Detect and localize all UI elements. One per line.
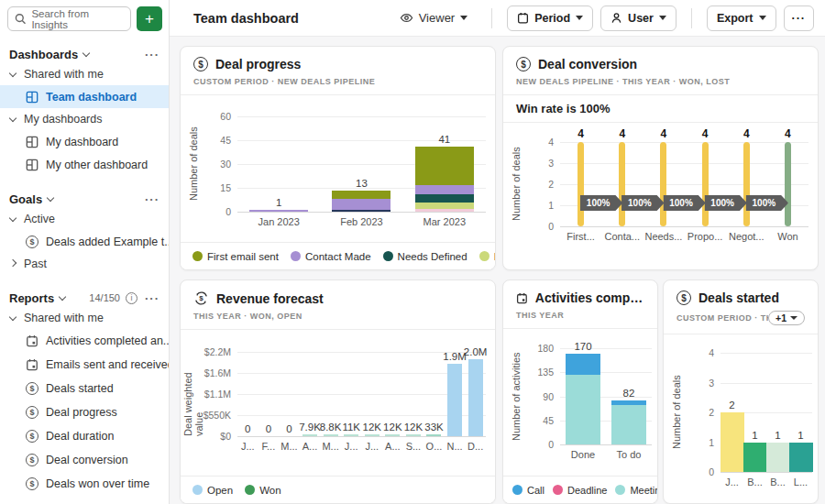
value-label: 12K (404, 422, 423, 433)
dashboards-section-title[interactable]: Dashboards (9, 48, 78, 61)
revenue-forecast-legend: OpenWon (181, 476, 495, 503)
gridline (560, 226, 808, 227)
sidebar-item-report-deal-conversion[interactable]: $ Deal conversion (0, 448, 169, 472)
sidebar-group-my-dashboards[interactable]: My dashboards (0, 108, 169, 130)
legend-item: Open (192, 485, 233, 496)
goals-section-title[interactable]: Goals (9, 192, 42, 206)
card-title: Deal conversion (538, 57, 637, 71)
y-tick: $550K (204, 410, 231, 421)
dollar-circle-icon: $ (26, 477, 38, 490)
chart-column: 4Won (767, 142, 808, 226)
reports-menu-button[interactable]: ··· (145, 291, 160, 305)
y-tick: 135 (537, 367, 554, 378)
bar-segment (578, 142, 584, 226)
bar-segment (302, 434, 317, 436)
bar-segment (332, 210, 390, 212)
sidebar-group-past-goals[interactable]: Past (0, 253, 169, 275)
x-tick-label: Won (777, 231, 798, 242)
x-tick-label: Feb 2023 (340, 216, 382, 227)
sidebar-group-shared-dashboards[interactable]: Shared with me (0, 63, 169, 85)
sidebar-item-my-dashboard[interactable]: My dashboard (0, 130, 169, 153)
dollar-circle-icon: $ (26, 430, 38, 443)
x-tick-label: N... (447, 441, 463, 452)
sidebar-item-report-activities[interactable]: Activities completed an... (0, 329, 169, 353)
ellipsis-icon: ··· (792, 12, 807, 25)
chart-column: 1Jan 2023 (237, 116, 320, 212)
subtitle-overflow-pill[interactable]: +1 (768, 311, 805, 325)
bar (789, 443, 813, 473)
sidebar-item-report-deal-progress[interactable]: $ Deal progress (0, 400, 169, 424)
sidebar-item-team-dashboard[interactable]: Team dashboard (0, 85, 169, 108)
chart-column: 12KA... (382, 352, 403, 436)
card-subtitle: THIS YEAR · WON, OPEN (193, 312, 482, 321)
chart-column: 4First... (560, 142, 601, 226)
y-axis-ticks: 18013590450 (523, 348, 560, 446)
sidebar-item-report-emails[interactable]: Emails sent and received (0, 353, 169, 377)
calendar-icon (517, 12, 529, 24)
bar-segment (468, 359, 483, 436)
sidebar-item-my-other-dashboard[interactable]: My other dashboard (0, 153, 169, 176)
chart-column: 1L... (789, 353, 812, 472)
activities-chart: Number of activities18013590450170Done82… (503, 348, 657, 463)
chevron-down-icon (59, 293, 66, 301)
gridline (560, 444, 652, 445)
export-button[interactable]: Export (707, 5, 776, 31)
sidebar-item-report-deal-duration[interactable]: $ Deal duration (0, 424, 169, 448)
sidebar-item-report-deals-won[interactable]: $ Deals won over time (0, 472, 169, 496)
period-button[interactable]: Period (507, 5, 593, 31)
sidebar-group-shared-reports[interactable]: Shared with me (0, 307, 169, 329)
sidebar-item-deals-added-goal[interactable]: $ Deals added Example t... (0, 230, 169, 253)
x-tick-label: O... (426, 441, 443, 452)
chevron-down-icon (9, 313, 16, 321)
bar-segment (447, 364, 462, 436)
dollar-circle-icon: $ (26, 236, 38, 248)
x-tick-label: J... (725, 477, 739, 488)
y-axis-label: Number of deals (669, 353, 684, 472)
legend-dot (291, 251, 301, 261)
search-input[interactable]: Search from Insights (7, 6, 131, 31)
value-label: 1 (276, 197, 281, 208)
caret-down-icon (460, 16, 468, 20)
dashboard-grid: $ Deal progress CUSTOM PERIOD · NEW DEAL… (170, 37, 825, 504)
bar-segment (743, 443, 767, 473)
y-axis-label: Number of deals (509, 142, 523, 226)
plot-area: 170Done82To do (560, 348, 652, 444)
user-button[interactable]: User (600, 5, 676, 31)
chevron-down-icon (9, 214, 16, 222)
dashboard-icon (26, 136, 38, 148)
value-label: 1 (752, 430, 757, 441)
chart-column: 7.9KA... (300, 352, 321, 436)
x-tick-label: S... (406, 441, 422, 452)
gridline (237, 436, 486, 437)
goals-menu-button[interactable]: ··· (145, 192, 160, 206)
bar (385, 434, 400, 436)
reports-section-title[interactable]: Reports (9, 291, 54, 305)
sidebar-group-active-goals[interactable]: Active (0, 208, 169, 230)
bar-segment (566, 354, 600, 375)
chevron-down-icon (9, 70, 16, 77)
x-tick-label: F... (262, 441, 276, 452)
deals-started-chart: Number of deals432102J...1B...1B...1L... (664, 353, 818, 490)
more-button[interactable]: ··· (784, 5, 815, 31)
value-label: 4 (702, 127, 709, 140)
chevron-down-icon (9, 115, 16, 122)
bar-segment (249, 210, 308, 212)
viewer-dropdown[interactable]: Viewer (400, 11, 468, 25)
eye-icon (400, 11, 413, 25)
info-icon[interactable]: i (126, 292, 138, 304)
sidebar-item-report-deals-started[interactable]: $ Deals started (0, 377, 169, 400)
card-revenue-forecast: $ Revenue forecast THIS YEAR · WON, OPEN… (180, 279, 496, 504)
bar (611, 400, 646, 444)
bar-segment (344, 434, 358, 436)
gridline (237, 212, 486, 213)
dollar-circle-icon: $ (26, 454, 38, 466)
y-tick: 1 (548, 200, 554, 211)
chart-column: 2J... (720, 353, 743, 472)
conversion-rate-badge: 100% (622, 195, 665, 211)
dashboards-menu-button[interactable]: ··· (145, 48, 160, 61)
add-button[interactable]: + (137, 6, 162, 31)
chart-column: 0M... (279, 352, 300, 436)
chart-column: 1B... (743, 353, 766, 472)
reports-section-header: Reports 14/150 i ··· (0, 289, 169, 307)
dashboard-header: Team dashboard Viewer Period User Export (170, 0, 825, 37)
